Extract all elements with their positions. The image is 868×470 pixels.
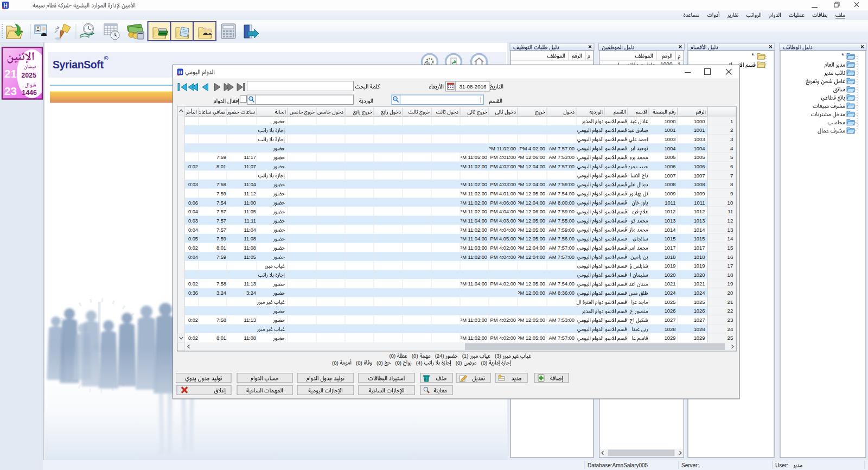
svg-text:(0): (0) [395,360,401,366]
svg-text:PM 11:04:00: PM 11:04:00 [459,281,487,287]
svg-text:0:02: 0:02 [188,317,198,323]
svg-text:23: 23 [727,317,733,323]
svg-text:PM 12:04:00: PM 12:04:00 [516,164,545,169]
svg-text:1003: 1003 [694,136,705,142]
svg-text:7:59: 7:59 [216,255,226,260]
svg-text:11:08: 11:08 [244,245,256,251]
svg-text:19: 19 [727,281,733,287]
svg-text:21: 21 [4,67,17,80]
svg-text:PM 4:05:00: PM 4:05:00 [490,236,516,242]
svg-text:PM 4:01:00: PM 4:01:00 [490,155,516,160]
svg-text:1004: 1004 [694,145,705,151]
svg-text:7:57: 7:57 [216,218,226,224]
svg-text:PM 12:06:00: PM 12:06:00 [516,155,545,160]
svg-text:6: 6 [730,163,733,169]
svg-text:7:58: 7:58 [216,317,226,323]
svg-text:H: H [178,69,182,75]
svg-text:PM 4:01:00: PM 4:01:00 [490,191,516,196]
svg-text:7:58: 7:58 [216,182,226,187]
svg-text:0:02: 0:02 [188,281,198,287]
svg-text:SyrianSoft: SyrianSoft [53,59,104,71]
svg-text:AM 7:57:00: AM 7:57:00 [548,164,575,169]
svg-text:PM 12:05:00: PM 12:05:00 [516,227,545,233]
svg-text:7:59: 7:59 [216,191,226,196]
svg-text:0:02: 0:02 [188,335,198,341]
svg-text:25: 25 [727,335,733,341]
svg-text:1011: 1011 [665,200,675,206]
svg-text:PM 12:04:00: PM 12:04:00 [516,182,545,187]
svg-text:0:02: 0:02 [188,164,198,169]
svg-text:PM 4:03:00: PM 4:03:00 [490,182,516,187]
svg-text:PM 4:02:00: PM 4:02:00 [490,317,516,323]
svg-text:(0): (0) [412,353,418,359]
svg-text:11:13: 11:13 [244,281,256,287]
svg-text:PM 12:05:00: PM 12:05:00 [516,218,545,224]
svg-text:PM 4:02:00: PM 4:02:00 [490,164,516,169]
svg-text:©: © [104,55,108,61]
svg-text:1006: 1006 [665,163,676,169]
svg-text:1021: 1021 [694,281,705,287]
svg-text:24: 24 [727,326,733,332]
svg-text:PM 4:04:00: PM 4:04:00 [490,209,516,214]
svg-text:(3): (3) [495,353,501,359]
svg-text:1001: 1001 [694,127,705,133]
svg-text:1015: 1015 [694,236,705,242]
svg-text:1: 1 [730,118,733,124]
svg-text:1026: 1026 [665,308,676,314]
svg-text:PM 12:04:00: PM 12:04:00 [516,255,545,260]
svg-text:PM 4:02:00: PM 4:02:00 [519,146,545,151]
svg-text:16: 16 [727,254,733,260]
svg-text:20: 20 [727,290,733,296]
svg-text:AM 7:57:00: AM 7:57:00 [548,255,575,260]
svg-text:PM 11:02:00: PM 11:02:00 [459,200,487,206]
svg-text:*: * [751,52,754,60]
svg-text:PM 11:04:00: PM 11:04:00 [459,236,487,242]
svg-text:PM 12:05:00: PM 12:05:00 [516,236,545,242]
svg-text:Database:AmnSalary005: Database:AmnSalary005 [588,462,648,468]
svg-text:3:24: 3:24 [246,290,256,296]
svg-text:7: 7 [730,173,733,179]
svg-text:0:05: 0:05 [188,236,198,242]
svg-text:(0): (0) [481,360,487,366]
svg-text:11:00: 11:00 [244,200,256,206]
svg-text:1012: 1012 [665,208,676,214]
svg-text:PM 11:02:00: PM 11:02:00 [488,146,516,151]
svg-text:PM 11:02:00: PM 11:02:00 [459,164,487,169]
svg-text:15: 15 [727,245,733,251]
svg-text:8: 8 [730,181,733,187]
svg-text:AM 7:59:00: AM 7:59:00 [548,209,575,214]
svg-text:1003: 1003 [665,136,676,142]
svg-text:1014: 1014 [665,227,676,233]
svg-text:1027: 1027 [665,317,676,323]
svg-text:(0): (0) [356,360,362,366]
svg-text:PM 11:03:00: PM 11:03:00 [459,317,487,323]
svg-text:1020: 1020 [665,272,676,278]
svg-text:(0): (0) [456,360,462,366]
svg-text:0:04: 0:04 [188,209,198,214]
svg-text:AM 7:55:00: AM 7:55:00 [548,218,575,224]
svg-text:AM 7:54:00: AM 7:54:00 [548,191,575,196]
svg-text:PM 11:04:00: PM 11:04:00 [459,218,487,224]
svg-text:1009: 1009 [694,190,705,196]
svg-text:PM 12:00:00: PM 12:00:00 [516,290,545,296]
svg-text:1014: 1014 [694,227,705,233]
svg-text:*: * [841,52,844,60]
svg-text:PM 4:02:00: PM 4:02:00 [490,281,516,287]
svg-text:User:: User: [775,462,788,468]
svg-text:13: 13 [727,227,733,233]
svg-text:2025: 2025 [21,72,36,79]
svg-text:1017: 1017 [694,245,705,251]
svg-text:8:01: 8:01 [216,245,226,251]
svg-text:3: 3 [730,136,733,142]
svg-text:0:03: 0:03 [188,218,198,224]
svg-text:1006: 1006 [694,163,705,169]
svg-text:11:12: 11:12 [244,191,256,196]
svg-text:AM 7:54:00: AM 7:54:00 [548,281,575,287]
svg-text:1029: 1029 [694,335,705,341]
svg-text:PM 4:03:00: PM 4:03:00 [490,218,516,224]
svg-text:1025: 1025 [665,299,676,305]
svg-text:1028: 1028 [694,326,705,332]
svg-text:1007: 1007 [665,173,676,179]
svg-text:AM 7:59:00: AM 7:59:00 [548,227,575,233]
svg-text:1008: 1008 [665,181,676,187]
